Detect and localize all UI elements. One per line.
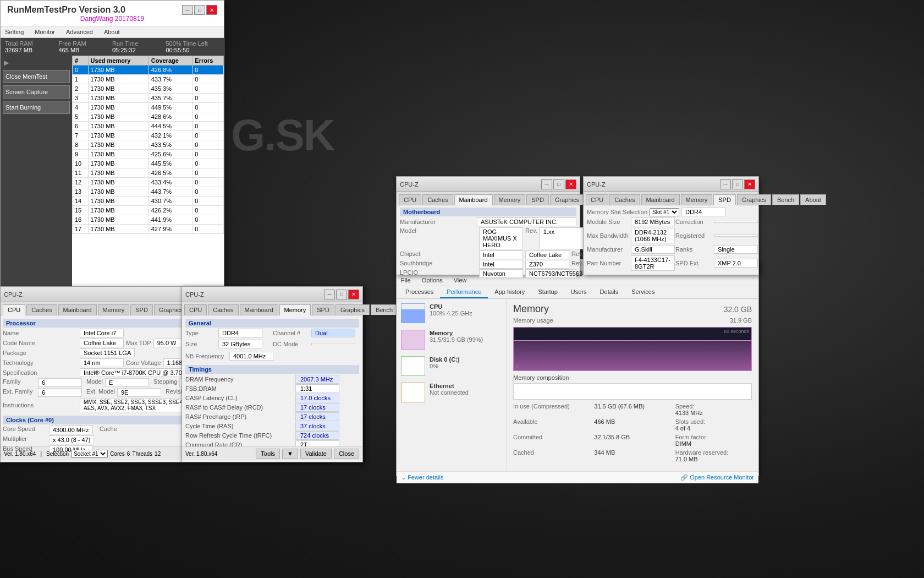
table-row[interactable]: 5 1730 MB 428.6% 0 — [73, 112, 224, 122]
runmem-menu-advanced[interactable]: Advanced — [64, 28, 95, 36]
table-row[interactable]: 2 1730 MB 435.3% 0 — [73, 84, 224, 94]
tm-tab-startup[interactable]: Startup — [531, 286, 564, 298]
cpuz-mem-tab-bench[interactable]: Bench — [371, 304, 398, 315]
cpuz-spd-grid: Module Size 8192 MBytes Correction Max B… — [587, 217, 755, 272]
runmem-minimize-btn[interactable]: ─ — [182, 5, 193, 15]
cpuz-spd-tab-about[interactable]: About — [800, 194, 826, 205]
runmem-menu-monitor[interactable]: Monitor — [32, 28, 57, 36]
table-row[interactable]: 0 1730 MB 426.8% 0 — [73, 66, 224, 75]
runmem-maximize-btn[interactable]: □ — [194, 5, 205, 15]
table-row[interactable]: 7 1730 MB 432.1% 0 — [73, 131, 224, 140]
tm-tab-performance[interactable]: Performance — [440, 286, 488, 298]
cpuz-socket-select[interactable]: Socket #1 — [71, 450, 108, 458]
cpuz-mem-tab-graphics[interactable]: Graphics — [336, 304, 370, 315]
cpuz-spd-tab-caches[interactable]: Caches — [609, 194, 640, 205]
run-time-label: Run Time — [112, 40, 166, 47]
tm-memory-section-title: Memory — [513, 303, 549, 315]
cpuz-mem-close[interactable]: ✕ — [348, 290, 359, 299]
table-row[interactable]: 11 1730 MB 426.5% 0 — [73, 168, 224, 178]
tm-disk-metric[interactable]: Disk 0 (C:) 0% — [401, 356, 502, 376]
table-row[interactable]: 12 1730 MB 433.4% 0 — [73, 178, 224, 187]
table-row[interactable]: 14 1730 MB 430.7% 0 — [73, 197, 224, 206]
cpuz-tab-mainboard[interactable]: Mainboard — [58, 304, 97, 315]
cpuz-mb-tab-graphics[interactable]: Graphics — [550, 194, 584, 205]
table-row[interactable]: 1 1730 MB 433.7% 0 — [73, 75, 224, 84]
tm-cpu-metric[interactable]: CPU 100% 4.25 GHz — [401, 303, 502, 323]
cpuz-mem-tab-mainboard[interactable]: Mainboard — [240, 304, 278, 315]
row-errors: 0 — [193, 122, 224, 131]
cpuz-memory-titlebar: CPU-Z ─ □ ✕ — [182, 287, 362, 302]
table-row[interactable]: 6 1730 MB 444.5% 0 — [73, 122, 224, 131]
cpuz-spd-maximize[interactable]: □ — [732, 179, 743, 189]
cpuz-mb-mfr-row: Manufacturer ASUSTeK COMPUTER INC. — [400, 217, 576, 226]
tm-tab-details[interactable]: Details — [593, 286, 625, 298]
table-row[interactable]: 8 1730 MB 433.5% 0 — [73, 140, 224, 150]
tm-tab-users[interactable]: Users — [564, 286, 593, 298]
cpuz-mb-tab-memory[interactable]: Memory — [494, 194, 526, 205]
cpuz-mem-tab-caches[interactable]: Caches — [208, 304, 238, 315]
row-errors: 0 — [193, 140, 224, 150]
cpuz-mem-minimize[interactable]: ─ — [324, 290, 335, 299]
cpuz-spd-tab-cpu[interactable]: CPU — [586, 194, 608, 205]
table-row[interactable]: 13 1730 MB 443.7% 0 — [73, 187, 224, 197]
cpuz-spd-slot-row: Memory Slot Selection Slot #1 DDR4 — [587, 208, 755, 216]
cpuz-mem-maximize[interactable]: □ — [336, 290, 347, 299]
table-row[interactable]: 10 1730 MB 445.5% 0 — [73, 159, 224, 168]
cpuz-tab-spd[interactable]: SPD — [130, 304, 153, 315]
runmem-menu-about[interactable]: About — [102, 28, 122, 36]
tm-memory-metric[interactable]: Memory 31.5/31.9 GB (99%) — [401, 330, 502, 350]
tm-memory-info: Memory 31.5/31.9 GB (99%) — [430, 330, 502, 343]
cpuz-tab-cpu[interactable]: CPU — [3, 304, 25, 315]
tm-tab-apphistory[interactable]: App history — [488, 286, 531, 298]
cpuz-memory-window: CPU-Z ─ □ ✕ CPU Caches Mainboard Memory … — [182, 286, 363, 462]
cpuz-mb-minimize[interactable]: ─ — [541, 179, 552, 189]
cpuz-mb-tab-spd[interactable]: SPD — [526, 194, 549, 205]
cpuz-mem-tab-memory[interactable]: Memory — [279, 304, 311, 315]
cpuz-spd-tab-bench[interactable]: Bench — [772, 194, 799, 205]
cpuz-spd-minimize[interactable]: ─ — [720, 179, 731, 189]
cpuz-tab-caches[interactable]: Caches — [26, 304, 57, 315]
tm-tab-processes[interactable]: Processes — [399, 286, 440, 298]
start-burning-btn[interactable]: Start Burning — [3, 101, 70, 114]
cpuz-spd-tab-mainboard[interactable]: Mainboard — [641, 194, 680, 205]
table-row[interactable]: 15 1730 MB 426.2% 0 — [73, 206, 224, 215]
runmem-close-btn[interactable]: ✕ — [206, 5, 217, 15]
cpuz-mem-tab-cpu[interactable]: CPU — [184, 304, 207, 315]
runmem-menu-setting[interactable]: Setting — [3, 28, 26, 36]
cpuz-spd-tab-memory[interactable]: Memory — [681, 194, 713, 205]
cpuz-mem-tab-spd[interactable]: SPD — [312, 304, 334, 315]
cpuz-mb-maximize[interactable]: □ — [553, 179, 564, 189]
row-id: 2 — [73, 84, 89, 94]
cpuz-tab-memory[interactable]: Memory — [98, 304, 130, 315]
cpuz-mb-tab-cpu[interactable]: CPU — [399, 194, 421, 205]
cpuz-spd-slot-select[interactable]: Slot #1 — [650, 208, 679, 216]
table-row[interactable]: 9 1730 MB 425.6% 0 — [73, 150, 224, 159]
runmem-stats-header: Total RAM Free RAM Run Time 500% Time Le… — [1, 38, 224, 56]
cpuz-spd-close[interactable]: ✕ — [744, 179, 755, 189]
tm-ethernet-metric[interactable]: Ethernet Not connected — [401, 383, 502, 402]
cpuz-mem-close-btn[interactable]: Close — [334, 449, 359, 459]
close-memtest-btn[interactable]: Close MemTest — [3, 70, 70, 83]
row-coverage: 430.7% — [148, 197, 193, 206]
table-row[interactable]: 3 1730 MB 435.7% 0 — [73, 94, 224, 103]
tm-memory-value: 31.5/31.9 GB (99%) — [430, 336, 502, 343]
table-row[interactable]: 16 1730 MB 441.9% 0 — [73, 215, 224, 225]
table-row[interactable]: 17 1730 MB 427.9% 0 — [73, 225, 224, 234]
cpuz-mem-validate-btn[interactable]: Validate — [300, 449, 332, 459]
cpuz-spd-slot-label: Memory Slot Selection — [587, 209, 647, 215]
cpuz-mem-tools-arrow[interactable]: ▼ — [282, 449, 298, 459]
cpuz-spd-tab-spd[interactable]: SPD — [713, 194, 736, 205]
cpuz-mem-tools-btn[interactable]: Tools — [256, 449, 280, 459]
cpuz-spd-registered-row: Registered — [675, 228, 758, 243]
cpuz-spd-tab-graphics[interactable]: Graphics — [737, 194, 771, 205]
tm-fewer-details[interactable]: ⌄ Fewer details — [401, 474, 443, 481]
cpuz-mb-tab-caches[interactable]: Caches — [422, 194, 453, 205]
cpuz-mb-close[interactable]: ✕ — [565, 179, 576, 189]
row-used: 1730 MB — [88, 159, 148, 168]
screen-capture-btn[interactable]: Screen Capture — [3, 85, 70, 99]
table-row[interactable]: 4 1730 MB 449.5% 0 — [73, 103, 224, 112]
runmem-main-content: ▶ Close MemTest Screen Capture Start Bur… — [1, 56, 224, 297]
tm-open-resource-monitor[interactable]: 🔗 Open Resource Monitor — [680, 474, 754, 481]
tm-tab-services[interactable]: Services — [625, 286, 661, 298]
cpuz-mb-tab-mainboard[interactable]: Mainboard — [454, 194, 493, 205]
